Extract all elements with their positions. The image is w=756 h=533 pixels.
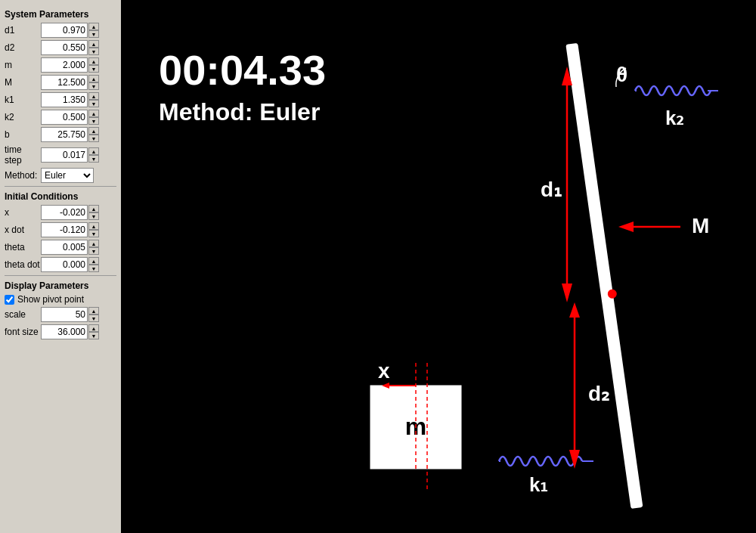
time-step-up[interactable]: ▲ <box>88 147 99 155</box>
init-spinner-2: ▲ ▼ <box>88 240 99 255</box>
param-input-1[interactable] <box>41 40 88 55</box>
param-spinner-4: ▲ ▼ <box>88 92 99 107</box>
param-up-3[interactable]: ▲ <box>88 75 99 82</box>
init-up-3[interactable]: ▲ <box>88 257 99 265</box>
font-size-spinner: ▲ ▼ <box>88 324 99 339</box>
param-row-M: M ▲ ▼ <box>5 75 116 90</box>
param-input-5[interactable] <box>41 110 88 125</box>
method-select[interactable]: Euler RK4 <box>41 168 94 183</box>
param-input-6[interactable] <box>41 127 88 142</box>
system-params-section: d1 ▲ ▼ d2 ▲ ▼ m ▲ <box>5 23 116 142</box>
param-down-0[interactable]: ▼ <box>88 30 99 38</box>
time-step-row: time step ▲ ▼ <box>5 144 116 166</box>
scale-input-group: ▲ ▼ <box>41 307 99 322</box>
param-input-0[interactable] <box>41 23 88 38</box>
scale-spinner: ▲ ▼ <box>88 307 99 322</box>
init-down-1[interactable]: ▼ <box>88 230 99 237</box>
param-spinner-3: ▲ ▼ <box>88 75 99 90</box>
init-row-x: x ▲ ▼ <box>5 205 116 220</box>
init-up-1[interactable]: ▲ <box>88 222 99 230</box>
param-row-k2: k2 ▲ ▼ <box>5 110 116 125</box>
init-input-0[interactable] <box>41 205 88 220</box>
svg-rect-7 <box>565 43 643 509</box>
param-up-4[interactable]: ▲ <box>88 92 99 100</box>
scale-down[interactable]: ▼ <box>88 315 99 322</box>
show-pivot-label: Show pivot point <box>17 294 84 305</box>
svg-text:x: x <box>378 359 390 383</box>
init-input-group-0: ▲ ▼ <box>41 205 99 220</box>
param-spinner-0: ▲ ▼ <box>88 23 99 38</box>
scale-input[interactable] <box>41 307 88 322</box>
font-size-down[interactable]: ▼ <box>88 332 99 339</box>
scale-label: scale <box>5 309 41 320</box>
param-label-3: M <box>5 77 41 88</box>
param-down-4[interactable]: ▼ <box>88 100 99 107</box>
show-pivot-checkbox[interactable] <box>5 295 14 305</box>
param-up-1[interactable]: ▲ <box>88 40 99 48</box>
param-label-1: d2 <box>5 42 41 53</box>
font-size-input[interactable] <box>41 324 88 339</box>
diagram-svg: m x k₁ k₂ <box>121 0 756 533</box>
param-input-2[interactable] <box>41 57 88 73</box>
param-spinner-5: ▲ ▼ <box>88 110 99 125</box>
param-row-k1: k1 ▲ ▼ <box>5 92 116 107</box>
param-row-d1: d1 ▲ ▼ <box>5 23 116 38</box>
init-label-3: theta dot <box>5 259 41 270</box>
time-step-input-group: ▲ ▼ <box>41 147 99 163</box>
left-panel: System Parameters d1 ▲ ▼ d2 ▲ ▼ m <box>0 0 121 533</box>
param-up-2[interactable]: ▲ <box>88 57 99 65</box>
font-size-label: font size <box>5 327 41 337</box>
method-label: Method: <box>5 170 41 181</box>
init-down-0[interactable]: ▼ <box>88 212 99 220</box>
init-row-x-dot: x dot ▲ ▼ <box>5 222 116 237</box>
scale-row: scale ▲ ▼ <box>5 307 116 322</box>
param-row-m: m ▲ ▼ <box>5 57 116 73</box>
init-up-2[interactable]: ▲ <box>88 240 99 247</box>
param-label-6: b <box>5 129 41 140</box>
show-pivot-row: Show pivot point <box>5 294 116 305</box>
font-size-up[interactable]: ▲ <box>88 324 99 332</box>
param-label-0: d1 <box>5 25 41 36</box>
scale-up[interactable]: ▲ <box>88 307 99 315</box>
param-input-group-3: ▲ ▼ <box>41 75 99 90</box>
init-down-3[interactable]: ▼ <box>88 265 99 272</box>
param-up-0[interactable]: ▲ <box>88 23 99 30</box>
init-label-2: theta <box>5 242 41 253</box>
param-input-group-5: ▲ ▼ <box>41 110 99 125</box>
method-row: Method: Euler RK4 <box>5 168 116 183</box>
param-down-5[interactable]: ▼ <box>88 117 99 125</box>
display-params-title: Display Parameters <box>5 280 116 291</box>
param-down-3[interactable]: ▼ <box>88 82 99 90</box>
param-label-5: k2 <box>5 112 41 122</box>
svg-marker-24 <box>618 222 634 232</box>
param-spinner-1: ▲ ▼ <box>88 40 99 55</box>
init-up-0[interactable]: ▲ <box>88 205 99 212</box>
param-input-3[interactable] <box>41 75 88 90</box>
init-spinner-3: ▲ ▼ <box>88 257 99 272</box>
init-spinner-0: ▲ ▼ <box>88 205 99 220</box>
param-label-4: k1 <box>5 95 41 105</box>
time-step-down[interactable]: ▼ <box>88 155 99 163</box>
param-row-d2: d2 ▲ ▼ <box>5 40 116 55</box>
param-down-1[interactable]: ▼ <box>88 48 99 55</box>
param-spinner-2: ▲ ▼ <box>88 57 99 73</box>
init-input-group-2: ▲ ▼ <box>41 240 99 255</box>
init-down-2[interactable]: ▼ <box>88 247 99 255</box>
param-down-6[interactable]: ▼ <box>88 135 99 142</box>
system-params-title: System Parameters <box>5 9 116 20</box>
font-size-row: font size ▲ ▼ <box>5 324 116 339</box>
init-input-1[interactable] <box>41 222 88 237</box>
param-input-4[interactable] <box>41 92 88 107</box>
init-input-3[interactable] <box>41 257 88 272</box>
param-input-group-6: ▲ ▼ <box>41 127 99 142</box>
param-input-group-2: ▲ ▼ <box>41 57 99 73</box>
init-row-theta: theta ▲ ▼ <box>5 240 116 255</box>
init-input-2[interactable] <box>41 240 88 255</box>
param-up-6[interactable]: ▲ <box>88 127 99 135</box>
time-step-input[interactable] <box>41 147 88 163</box>
init-spinner-1: ▲ ▼ <box>88 222 99 237</box>
time-step-spinner: ▲ ▼ <box>88 147 99 163</box>
param-up-5[interactable]: ▲ <box>88 110 99 117</box>
param-down-2[interactable]: ▼ <box>88 65 99 73</box>
init-input-group-3: ▲ ▼ <box>41 257 99 272</box>
